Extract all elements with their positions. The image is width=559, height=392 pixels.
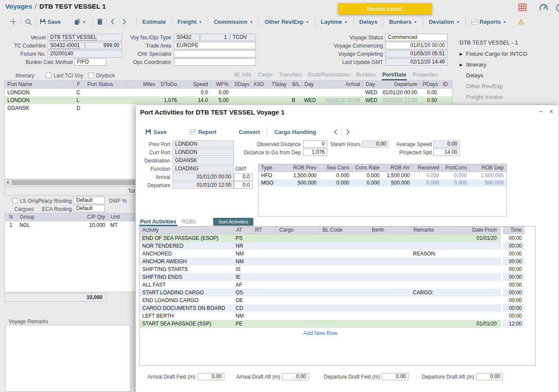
modal-save-button[interactable]: Save [145,129,173,135]
tab-properties[interactable]: Properties [412,71,438,80]
cell-time[interactable]: 12:00 [503,320,524,328]
departure-field[interactable]: 01/01/20 12:00 [172,182,234,189]
modal-report-button[interactable]: Report [183,129,223,135]
minimize-icon[interactable]: − [539,108,543,115]
average-speed-field[interactable]: 0.00 [433,140,460,148]
distance-to-go-field[interactable]: 1,076 [303,149,327,156]
activity-row-shifting-ends[interactable]: SHIFTING ENDSIE [140,273,501,281]
gmt-departure-field[interactable]: 0.0 [234,182,252,189]
toolbar-button-bunkers[interactable]: Bunkers▼ [383,19,423,25]
gmt-arrival-field[interactable]: 0.0 [234,173,252,181]
voyage-remarks-textarea[interactable] [5,325,131,392]
delete-button[interactable] [93,19,106,25]
warning-icon[interactable]: ⚠ [518,18,524,26]
cell-time[interactable]: 00:00 [503,273,524,281]
voyage-completing-field[interactable]: 01/05/20 05:51 [385,50,447,57]
modal-next-button[interactable] [342,129,354,135]
tab-bl-info[interactable]: BL Info [234,71,252,80]
voy-no-field[interactable]: S0432 [174,34,200,41]
chtr-specialist-field[interactable] [174,50,256,57]
prev-port-field[interactable]: LONDON [172,140,234,148]
close-icon[interactable]: × [549,108,553,115]
sidebar-item-itinerary[interactable]: ▶Itinerary [460,59,556,70]
last-tci-voy-checkbox[interactable] [46,73,51,78]
activity-row-left-berth[interactable]: LEFT BERTHNM [140,312,501,320]
ops-coordinator-field[interactable] [174,58,256,66]
cell-time[interactable]: 00:00 [503,250,524,258]
save-button[interactable]: Save [36,19,64,25]
activity-row-start-loading-cargo[interactable]: START LOADING CARGOOSCARGO: [140,289,501,297]
toolbar-button-deviation[interactable]: Deviation▼ [423,19,465,25]
cell-time[interactable]: 00:00 [503,312,524,320]
sort-activities-button[interactable]: Sort Activities [213,218,253,226]
cell-time[interactable]: 00:00 [503,265,524,273]
toolbar-button-estimate[interactable]: Estimate [137,19,171,25]
tab-robs[interactable]: ROBs [182,219,196,225]
activity-row-nor-tendered[interactable]: NOR TENDEREDNR [140,242,501,250]
toolbar-button-reports[interactable]: Reports▼ [466,19,512,25]
ls-only-checkbox[interactable] [12,198,18,204]
activity-row-all-fast[interactable]: ALL FASTAF [140,281,501,289]
sidebar-item-delays[interactable]: Delays [460,70,556,81]
activity-row-anchor-aweigh[interactable]: ANCHOR AWEIGHNM [140,258,501,266]
tab-draft-restrictions[interactable]: Draft/Restrictions [308,71,350,80]
voyage-commencing-field[interactable]: 01/01/20 00:00 [385,42,447,49]
steam-hours-field[interactable]: 0.00 [362,140,389,148]
rob-row[interactable]: MGO500.0000.0000.000500.0000.0000.000500… [259,179,506,187]
drydock-checkbox[interactable] [88,73,94,78]
last-update-field[interactable]: 02/12/20 14:49 [385,58,447,66]
projected-spd-field[interactable]: 14.00 [433,149,460,156]
sidebar-item-other-rev-exp[interactable]: Other Rev/Exp [460,81,556,92]
modal-prev-button[interactable] [330,129,342,135]
tab-cargo[interactable]: Cargo [257,71,273,80]
cell-time[interactable]: 00:00 [503,296,524,304]
bunker-calc-field[interactable]: FIFO [74,58,106,66]
cell-time[interactable]: 00:00 [503,289,524,296]
opr-type-field[interactable]: TCOV [230,34,256,41]
arrival-draft-fwd-field[interactable]: 0.00 [198,373,224,380]
arrival-draft-aft-field[interactable]: 0.00 [282,373,309,380]
modal-convert-button[interactable]: Convert [232,129,267,135]
departure-draft-fwd-field[interactable]: 0.00 [382,373,409,380]
destination-field[interactable]: GDANSK [172,157,234,164]
activity-row-shifting-starts[interactable]: SHIFTING STARTSIS [140,265,501,274]
tc-code-field[interactable]: S0432-I0001 [48,42,85,49]
modal-cargo-handling-button[interactable]: Cargo Handling [267,129,323,135]
copy-button[interactable]: ▼ [70,19,89,25]
prev-record-button[interactable] [107,19,118,25]
eca-routing-field[interactable]: Default [73,205,105,212]
activity-row-end-of-sea-passage-esop[interactable]: END OF SEA PASSAGE (ESOP)PS01/01/20 [140,234,501,242]
activity-row-end-loading-cargo[interactable]: END LOADING CARGOOE [140,296,501,305]
curr-port-field[interactable]: LONDON [172,149,234,156]
grid-view-icon[interactable] [518,3,527,13]
rob-row[interactable]: HFO1,500.0000.0000.0001,500.0000.0000.00… [259,172,506,179]
toolbar-button-commission[interactable]: Commission▼ [208,19,259,25]
add-button[interactable] [6,18,21,25]
toolbar-button-laytime[interactable]: Laytime▼ [315,19,353,25]
departure-draft-aft-field[interactable]: 0.00 [476,373,503,380]
piracy-routing-field[interactable]: Default [73,197,105,204]
arrival-field[interactable]: 01/01/20 00:00 [172,173,234,181]
cell-time[interactable]: 00:00 [503,258,524,265]
breadcrumb-voyages-link[interactable]: Voyages [5,3,32,10]
sidebar-item-fixture-cargo-for-intco[interactable]: ▶Fixture Cargo for INTCO [460,48,556,59]
cell-time[interactable]: 00:00 [503,242,524,250]
itinerary-row[interactable]: LONDONC0.00.00WED01/01/20 00:000.00 [5,89,452,96]
cell-time[interactable]: 00:00 [503,304,524,312]
activity-row-anchored[interactable]: ANCHOREDNMREASON: [140,250,501,258]
gauge-icon[interactable] [539,3,548,13]
cell-time[interactable]: 00:00 [503,234,524,242]
tab-bunkers[interactable]: Bunkers [355,71,376,80]
tab-port-date[interactable]: Port/Date [382,71,407,80]
activity-row-start-sea-passage-ssp[interactable]: START SEA PASSAGE (SSP)PE01/01/20 [140,320,501,328]
tab-port-activities[interactable]: Port Activities [140,219,176,225]
toolbar-button-other-rev-exp[interactable]: Other Rev/Exp▼ [259,19,315,25]
function-field[interactable]: LOADING [172,165,234,172]
trade-area-field[interactable]: EUROPE [174,42,256,49]
activity-row-cargo-documents-on-board[interactable]: CARGO DOCUMENTS ON BOARDCD [140,304,501,312]
tab-transfers[interactable]: Transfers [278,71,302,80]
next-record-button[interactable] [118,19,130,25]
search-icon[interactable] [21,19,35,25]
opr-seq-field[interactable]: 1 [200,34,230,41]
cell-time[interactable]: 00:00 [503,281,524,289]
